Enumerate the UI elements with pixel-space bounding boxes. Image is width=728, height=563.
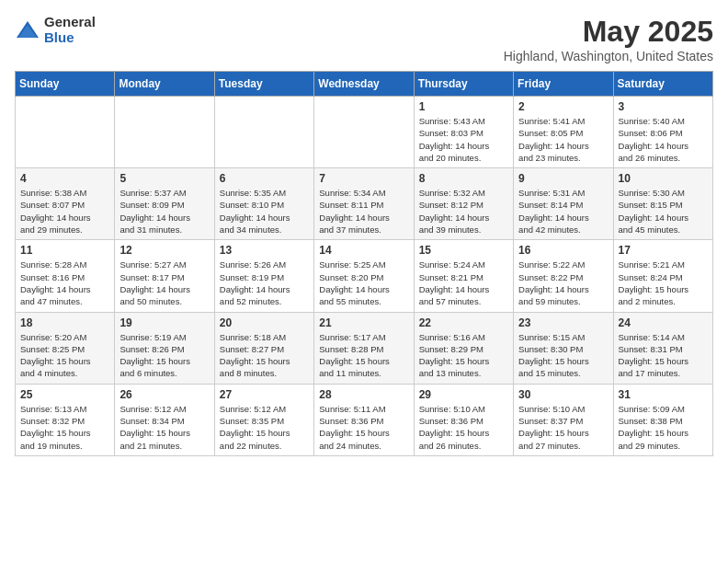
calendar-week-2: 4Sunrise: 5:38 AM Sunset: 8:07 PM Daylig… bbox=[16, 168, 713, 240]
day-number: 18 bbox=[20, 316, 109, 329]
weekday-header-thursday: Thursday bbox=[414, 72, 513, 97]
calendar-cell: 28Sunrise: 5:11 AM Sunset: 8:36 PM Dayli… bbox=[314, 384, 414, 455]
day-info: Sunrise: 5:31 AM Sunset: 8:14 PM Dayligh… bbox=[518, 187, 608, 236]
calendar-cell: 5Sunrise: 5:37 AM Sunset: 8:09 PM Daylig… bbox=[115, 168, 214, 240]
day-number: 7 bbox=[319, 172, 408, 185]
day-number: 24 bbox=[619, 316, 708, 329]
day-info: Sunrise: 5:19 AM Sunset: 8:26 PM Dayligh… bbox=[119, 331, 209, 380]
calendar-cell: 23Sunrise: 5:15 AM Sunset: 8:30 PM Dayli… bbox=[514, 312, 613, 384]
calendar-cell: 27Sunrise: 5:12 AM Sunset: 8:35 PM Dayli… bbox=[214, 384, 313, 455]
day-info: Sunrise: 5:41 AM Sunset: 8:05 PM Dayligh… bbox=[518, 115, 608, 164]
page-header: General Blue May 2025 Highland, Washingt… bbox=[15, 15, 713, 63]
day-info: Sunrise: 5:37 AM Sunset: 8:09 PM Dayligh… bbox=[119, 187, 209, 236]
day-info: Sunrise: 5:24 AM Sunset: 8:21 PM Dayligh… bbox=[419, 259, 508, 307]
calendar-cell: 11Sunrise: 5:28 AM Sunset: 8:16 PM Dayli… bbox=[16, 240, 115, 312]
calendar-cell: 1Sunrise: 5:43 AM Sunset: 8:03 PM Daylig… bbox=[414, 97, 513, 168]
calendar-week-1: 1Sunrise: 5:43 AM Sunset: 8:03 PM Daylig… bbox=[16, 97, 713, 168]
day-info: Sunrise: 5:11 AM Sunset: 8:36 PM Dayligh… bbox=[319, 403, 408, 452]
day-number: 2 bbox=[518, 100, 608, 113]
calendar-cell: 18Sunrise: 5:20 AM Sunset: 8:25 PM Dayli… bbox=[16, 312, 115, 384]
weekday-header-wednesday: Wednesday bbox=[314, 72, 414, 97]
calendar-cell: 15Sunrise: 5:24 AM Sunset: 8:21 PM Dayli… bbox=[414, 240, 513, 312]
day-number: 9 bbox=[518, 172, 608, 185]
day-info: Sunrise: 5:20 AM Sunset: 8:25 PM Dayligh… bbox=[20, 331, 109, 380]
month-title: May 2025 bbox=[504, 15, 713, 49]
day-number: 28 bbox=[319, 388, 408, 401]
calendar-week-3: 11Sunrise: 5:28 AM Sunset: 8:16 PM Dayli… bbox=[16, 240, 713, 312]
day-number: 20 bbox=[220, 316, 309, 329]
day-number: 30 bbox=[518, 388, 608, 401]
weekday-header-tuesday: Tuesday bbox=[214, 72, 313, 97]
day-info: Sunrise: 5:40 AM Sunset: 8:06 PM Dayligh… bbox=[619, 115, 708, 164]
calendar-cell: 30Sunrise: 5:10 AM Sunset: 8:37 PM Dayli… bbox=[514, 384, 613, 455]
weekday-header-saturday: Saturday bbox=[613, 72, 712, 97]
day-number: 5 bbox=[119, 172, 209, 185]
day-number: 3 bbox=[619, 100, 708, 113]
day-info: Sunrise: 5:09 AM Sunset: 8:38 PM Dayligh… bbox=[619, 403, 708, 452]
day-info: Sunrise: 5:32 AM Sunset: 8:12 PM Dayligh… bbox=[419, 187, 508, 236]
day-info: Sunrise: 5:21 AM Sunset: 8:24 PM Dayligh… bbox=[619, 259, 708, 307]
calendar-cell: 20Sunrise: 5:18 AM Sunset: 8:27 PM Dayli… bbox=[214, 312, 313, 384]
day-info: Sunrise: 5:22 AM Sunset: 8:22 PM Dayligh… bbox=[518, 259, 608, 307]
title-block: May 2025 Highland, Washington, United St… bbox=[504, 15, 713, 63]
day-number: 19 bbox=[119, 316, 209, 329]
day-info: Sunrise: 5:12 AM Sunset: 8:34 PM Dayligh… bbox=[119, 403, 209, 452]
calendar-cell bbox=[115, 97, 214, 168]
day-info: Sunrise: 5:13 AM Sunset: 8:32 PM Dayligh… bbox=[20, 403, 109, 452]
day-info: Sunrise: 5:10 AM Sunset: 8:36 PM Dayligh… bbox=[419, 403, 508, 452]
day-number: 8 bbox=[419, 172, 508, 185]
logo-general-label: General bbox=[44, 15, 96, 30]
day-info: Sunrise: 5:25 AM Sunset: 8:20 PM Dayligh… bbox=[319, 259, 408, 307]
day-number: 10 bbox=[619, 172, 708, 185]
calendar-cell: 22Sunrise: 5:16 AM Sunset: 8:29 PM Dayli… bbox=[414, 312, 513, 384]
day-info: Sunrise: 5:14 AM Sunset: 8:31 PM Dayligh… bbox=[619, 331, 708, 380]
day-info: Sunrise: 5:12 AM Sunset: 8:35 PM Dayligh… bbox=[220, 403, 309, 452]
calendar-cell: 8Sunrise: 5:32 AM Sunset: 8:12 PM Daylig… bbox=[414, 168, 513, 240]
day-info: Sunrise: 5:28 AM Sunset: 8:16 PM Dayligh… bbox=[20, 259, 109, 307]
logo-blue-label: Blue bbox=[44, 30, 96, 46]
calendar-cell: 31Sunrise: 5:09 AM Sunset: 8:38 PM Dayli… bbox=[613, 384, 712, 455]
day-info: Sunrise: 5:26 AM Sunset: 8:19 PM Dayligh… bbox=[220, 259, 309, 307]
calendar-cell: 13Sunrise: 5:26 AM Sunset: 8:19 PM Dayli… bbox=[214, 240, 313, 312]
calendar-cell: 16Sunrise: 5:22 AM Sunset: 8:22 PM Dayli… bbox=[514, 240, 613, 312]
calendar-cell: 2Sunrise: 5:41 AM Sunset: 8:05 PM Daylig… bbox=[514, 97, 613, 168]
day-number: 13 bbox=[220, 244, 309, 257]
calendar-cell: 14Sunrise: 5:25 AM Sunset: 8:20 PM Dayli… bbox=[314, 240, 414, 312]
calendar-cell: 26Sunrise: 5:12 AM Sunset: 8:34 PM Dayli… bbox=[115, 384, 214, 455]
calendar-header: SundayMondayTuesdayWednesdayThursdayFrid… bbox=[16, 72, 713, 97]
day-number: 31 bbox=[619, 388, 708, 401]
day-info: Sunrise: 5:38 AM Sunset: 8:07 PM Dayligh… bbox=[20, 187, 109, 236]
calendar-cell: 24Sunrise: 5:14 AM Sunset: 8:31 PM Dayli… bbox=[613, 312, 712, 384]
day-number: 6 bbox=[220, 172, 309, 185]
location-title: Highland, Washington, United States bbox=[504, 49, 713, 63]
day-number: 23 bbox=[518, 316, 608, 329]
weekday-header-row: SundayMondayTuesdayWednesdayThursdayFrid… bbox=[16, 72, 713, 97]
day-number: 14 bbox=[319, 244, 408, 257]
calendar-cell: 10Sunrise: 5:30 AM Sunset: 8:15 PM Dayli… bbox=[613, 168, 712, 240]
day-info: Sunrise: 5:35 AM Sunset: 8:10 PM Dayligh… bbox=[220, 187, 309, 236]
weekday-header-monday: Monday bbox=[115, 72, 214, 97]
day-info: Sunrise: 5:10 AM Sunset: 8:37 PM Dayligh… bbox=[518, 403, 608, 452]
weekday-header-friday: Friday bbox=[514, 72, 613, 97]
day-info: Sunrise: 5:16 AM Sunset: 8:29 PM Dayligh… bbox=[419, 331, 508, 380]
calendar-cell: 17Sunrise: 5:21 AM Sunset: 8:24 PM Dayli… bbox=[613, 240, 712, 312]
calendar-cell bbox=[214, 97, 313, 168]
day-number: 11 bbox=[20, 244, 109, 257]
day-number: 1 bbox=[419, 100, 508, 113]
calendar-cell: 19Sunrise: 5:19 AM Sunset: 8:26 PM Dayli… bbox=[115, 312, 214, 384]
day-info: Sunrise: 5:30 AM Sunset: 8:15 PM Dayligh… bbox=[619, 187, 708, 236]
day-number: 29 bbox=[419, 388, 508, 401]
day-number: 27 bbox=[220, 388, 309, 401]
calendar-cell bbox=[314, 97, 414, 168]
weekday-header-sunday: Sunday bbox=[16, 72, 115, 97]
calendar-cell: 29Sunrise: 5:10 AM Sunset: 8:36 PM Dayli… bbox=[414, 384, 513, 455]
day-info: Sunrise: 5:34 AM Sunset: 8:11 PM Dayligh… bbox=[319, 187, 408, 236]
calendar-cell bbox=[16, 97, 115, 168]
calendar-table: SundayMondayTuesdayWednesdayThursdayFrid… bbox=[15, 71, 713, 456]
calendar-body: 1Sunrise: 5:43 AM Sunset: 8:03 PM Daylig… bbox=[16, 97, 713, 456]
calendar-cell: 4Sunrise: 5:38 AM Sunset: 8:07 PM Daylig… bbox=[16, 168, 115, 240]
calendar-week-5: 25Sunrise: 5:13 AM Sunset: 8:32 PM Dayli… bbox=[16, 384, 713, 455]
calendar-cell: 12Sunrise: 5:27 AM Sunset: 8:17 PM Dayli… bbox=[115, 240, 214, 312]
calendar-cell: 6Sunrise: 5:35 AM Sunset: 8:10 PM Daylig… bbox=[214, 168, 313, 240]
day-info: Sunrise: 5:15 AM Sunset: 8:30 PM Dayligh… bbox=[518, 331, 608, 380]
